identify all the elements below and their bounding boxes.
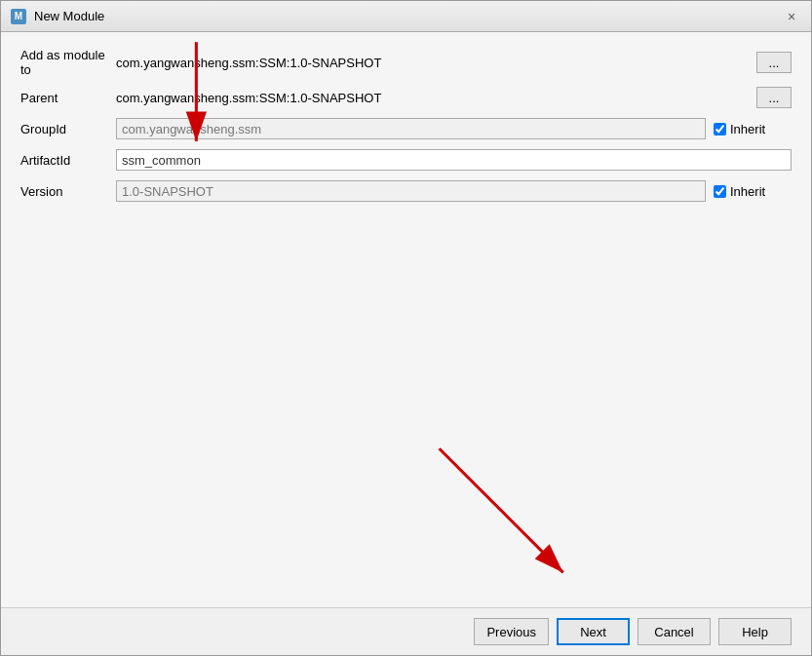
next-button[interactable]: Next (557, 618, 630, 645)
artifactid-label: ArtifactId (20, 153, 108, 168)
groupid-label: GroupId (20, 122, 108, 136)
cancel-button[interactable]: Cancel (638, 618, 711, 645)
groupid-inherit-container: Inherit (714, 122, 792, 136)
title-bar: M New Module × (1, 1, 811, 32)
svg-line-3 (440, 448, 563, 572)
version-row: Version Inherit (20, 180, 792, 202)
artifactid-row: ArtifactId (20, 149, 792, 171)
dialog-title: New Module (34, 9, 104, 23)
parent-browse-button[interactable]: ... (756, 87, 792, 108)
version-inherit-container: Inherit (714, 184, 792, 199)
parent-value: com.yangwansheng.ssm:SSM:1.0-SNAPSHOT (116, 91, 749, 105)
artifactid-input[interactable] (116, 149, 792, 171)
version-label: Version (20, 184, 108, 199)
help-button[interactable]: Help (718, 618, 792, 645)
add-as-module-row: Add as module to com.yangwansheng.ssm:SS… (20, 48, 792, 77)
add-as-module-value: com.yangwansheng.ssm:SSM:1.0-SNAPSHOT (116, 56, 749, 70)
dialog-content: Add as module to com.yangwansheng.ssm:SS… (1, 32, 811, 607)
groupid-input[interactable] (116, 118, 706, 139)
dialog-new-module: M New Module × Add as module to com.yang… (0, 0, 812, 656)
dialog-footer: Previous Next Cancel Help (1, 607, 811, 655)
close-button[interactable]: × (782, 7, 801, 26)
previous-button[interactable]: Previous (474, 618, 549, 645)
groupid-row: GroupId Inherit (20, 118, 792, 139)
groupid-inherit-label[interactable]: Inherit (730, 122, 765, 136)
groupid-inherit-checkbox[interactable] (714, 123, 726, 135)
title-bar-left: M New Module (11, 9, 104, 24)
add-as-module-browse-button[interactable]: ... (756, 52, 792, 73)
version-inherit-label[interactable]: Inherit (730, 184, 765, 199)
version-input[interactable] (116, 180, 706, 202)
parent-row: Parent com.yangwansheng.ssm:SSM:1.0-SNAP… (20, 87, 792, 108)
parent-label: Parent (20, 91, 108, 105)
version-inherit-checkbox[interactable] (714, 185, 726, 198)
module-icon: M (11, 9, 26, 24)
add-as-module-label: Add as module to (20, 48, 108, 77)
